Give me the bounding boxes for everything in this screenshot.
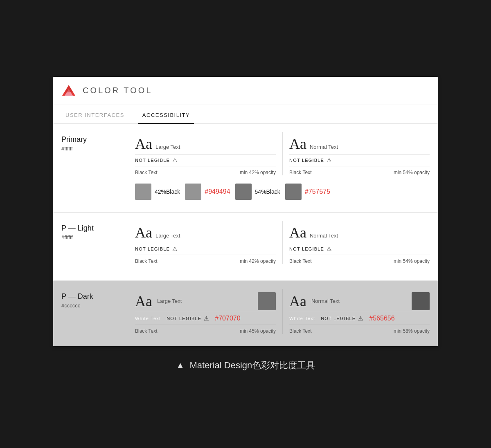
section-primary: Primary #ffffff Aa Large Text	[53, 124, 438, 213]
p-dark-large-text: Aa Large Text White Text NOT LEGIBLE ⚠ #…	[135, 289, 282, 334]
primary-large-black-label: Black Text	[135, 170, 157, 175]
header: COLOR TOOL	[53, 77, 438, 105]
warning-icon-2: ⚠	[327, 157, 332, 164]
warning-icon-4: ⚠	[327, 246, 332, 252]
swatch-hex-54: #757575	[285, 184, 330, 200]
tabs: USER INTERFACES ACCESSIBILITY	[53, 105, 438, 124]
p-dark-large-white-label: White Text	[135, 316, 161, 321]
caption: ▲ Material Design色彩对比度工具	[176, 359, 315, 372]
p-light-normal-aa: Aa	[289, 224, 306, 241]
p-dark-large-swatch	[258, 292, 276, 310]
p-dark-large-black-label: Black Text	[135, 328, 157, 334]
swatch-group-54: 54%Black	[235, 184, 280, 200]
p-light-large-legibility: NOT LEGIBLE ⚠	[135, 243, 276, 255]
p-light-large-size: Large Text	[155, 233, 180, 239]
tab-accessibility[interactable]: ACCESSIBILITY	[138, 105, 194, 124]
swatch-42-hex: #949494	[205, 188, 230, 195]
warning-icon-1: ⚠	[172, 157, 178, 164]
p-dark-large-aa: Aa	[135, 293, 152, 310]
swatch-hex-42: #949494	[185, 184, 230, 200]
primary-normal-black-label: Black Text	[289, 170, 311, 175]
primary-normal-legibility: NOT LEGIBLE ⚠	[289, 155, 430, 166]
primary-normal-opacity: min 54% opacity	[394, 170, 430, 175]
warning-icon-6: ⚠	[358, 315, 363, 322]
swatch-54-pct: 54%Black	[255, 188, 280, 195]
p-light-large-text: Aa Large Text NOT LEGIBLE ⚠ Black Text	[135, 221, 282, 264]
caption-text: Material Design色彩对比度工具	[189, 359, 315, 372]
p-light-normal-black-label: Black Text	[289, 258, 311, 264]
p-light-label: P — Light	[61, 224, 135, 233]
swatch-group-42: 42%Black	[135, 184, 180, 200]
primary-swatches: 42%Black #949494 54%Black #757575	[135, 184, 430, 200]
logo-icon	[61, 83, 76, 98]
primary-large-size: Large Text	[155, 144, 180, 150]
p-dark-normal-aa: Aa	[289, 293, 306, 310]
swatch-42-pct: 42%Black	[155, 188, 180, 195]
p-light-large-opacity: min 42% opacity	[240, 258, 276, 264]
primary-large-legibility: NOT LEGIBLE ⚠	[135, 155, 276, 166]
p-dark-large-size: Large Text	[157, 298, 182, 304]
warning-icon-3: ⚠	[172, 246, 178, 252]
swatch-hex-54-box	[285, 184, 302, 200]
p-dark-normal-legibility: NOT LEGIBLE	[321, 316, 356, 321]
p-dark-hex: #cccccc	[61, 302, 135, 309]
primary-normal-size: Normal Text	[310, 144, 338, 150]
outer-wrapper: COLOR TOOL USER INTERFACES ACCESSIBILITY…	[53, 77, 438, 372]
p-dark-normal-size: Normal Text	[311, 298, 340, 304]
primary-label: Primary	[61, 135, 135, 144]
p-light-normal-legibility: NOT LEGIBLE ⚠	[289, 243, 430, 255]
warning-icon-5: ⚠	[204, 315, 209, 322]
p-light-normal-size: Normal Text	[310, 233, 338, 239]
primary-hex: #ffffff	[61, 146, 135, 152]
p-dark-label: P — Dark	[61, 292, 135, 301]
swatch-hex-42-box	[185, 184, 201, 200]
swatch-54-hex: #757575	[305, 188, 330, 195]
tab-user-interfaces[interactable]: USER INTERFACES	[61, 105, 128, 124]
p-dark-large-opacity: min 45% opacity	[240, 328, 276, 334]
primary-large-opacity: min 42% opacity	[240, 170, 276, 175]
p-dark-normal-text: Aa Normal Text White Text NOT LEGIBLE ⚠ …	[282, 289, 430, 334]
p-dark-normal-swatch	[412, 292, 430, 310]
swatch-42-box	[135, 184, 151, 200]
p-light-large-black-label: Black Text	[135, 258, 157, 264]
section-p-light: P — Light #ffffff Aa Large Text	[53, 213, 438, 281]
p-dark-large-swatch-hex: #707070	[215, 315, 240, 322]
p-light-hex: #ffffff	[61, 234, 135, 240]
primary-large-aa: Aa	[135, 135, 152, 152]
swatch-54-box	[235, 184, 252, 200]
p-dark-normal-opacity: min 58% opacity	[394, 328, 430, 334]
svg-marker-2	[65, 85, 73, 92]
main-card: COLOR TOOL USER INTERFACES ACCESSIBILITY…	[53, 77, 438, 346]
p-light-normal-opacity: min 54% opacity	[394, 258, 430, 264]
section-p-dark: P — Dark #cccccc Aa Large Text	[53, 281, 438, 346]
p-light-normal-text: Aa Normal Text NOT LEGIBLE ⚠ Black Text	[282, 221, 430, 264]
primary-normal-text: Aa Normal Text NOT LEGIBLE ⚠ Black Text	[282, 132, 430, 175]
p-dark-normal-white-label: White Text	[289, 316, 315, 321]
p-dark-large-legibility: NOT LEGIBLE	[167, 316, 201, 321]
p-dark-normal-swatch-hex: #565656	[369, 315, 394, 322]
p-light-large-aa: Aa	[135, 224, 152, 241]
header-title: COLOR TOOL	[83, 86, 152, 95]
primary-large-text: Aa Large Text NOT LEGIBLE ⚠ Black Text	[135, 132, 282, 175]
primary-normal-aa: Aa	[289, 135, 306, 152]
p-dark-normal-black-label: Black Text	[289, 328, 311, 334]
caption-triangle: ▲	[176, 360, 185, 371]
